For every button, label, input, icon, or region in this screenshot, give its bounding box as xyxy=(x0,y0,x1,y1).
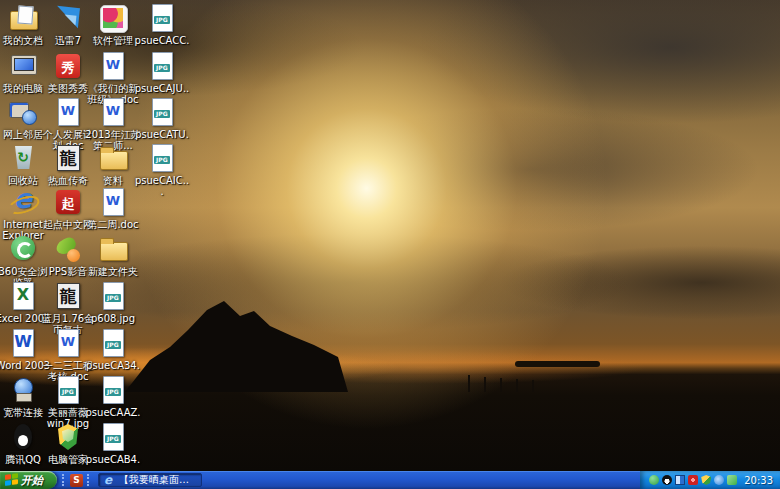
desktop-icon-word-doc[interactable]: W第二周.doc xyxy=(85,186,141,230)
ie-glyph: e xyxy=(7,183,39,214)
jpg-file-glyph: JPG xyxy=(105,294,121,302)
icon-label: psueCAIC... xyxy=(134,175,190,197)
word-doc-glyph: W xyxy=(97,103,129,118)
jpg-file-icon: JPG xyxy=(146,96,178,128)
word-doc-glyph: W xyxy=(97,57,129,72)
jpg-file-icon: JPG xyxy=(52,374,84,406)
icon-label: 新建文件夹 xyxy=(85,266,141,277)
system-tray: 20:33 xyxy=(640,471,780,489)
jpg-file-glyph: JPG xyxy=(154,156,170,164)
task-button-label: 【我要晒桌面】实... xyxy=(119,473,196,487)
dragon-icon: 龍 xyxy=(52,280,84,312)
start-label: 开始 xyxy=(21,473,43,488)
desktop-icons: 我的文档迅雷7软件管理JPGpsueCACC...我的电脑秀美图秀秀W《我们的新… xyxy=(0,0,780,471)
dragon-icon: 龍 xyxy=(52,142,84,174)
recycle-bin-icon: ↻ xyxy=(7,142,39,174)
excel-glyph: X xyxy=(7,285,39,304)
word-icon: W xyxy=(7,327,39,359)
desktop-icon-jpg-file[interactable]: JPGp608.jpg xyxy=(85,280,141,324)
word-doc-icon: W xyxy=(52,96,84,128)
pc-manager-icon xyxy=(52,421,84,453)
jpg-file-icon: JPG xyxy=(146,50,178,82)
desktop: 我的文档迅雷7软件管理JPGpsueCACC...我的电脑秀美图秀秀W《我们的新… xyxy=(0,0,780,489)
connection-tray-icon[interactable] xyxy=(727,475,737,485)
clock[interactable]: 20:33 xyxy=(744,475,773,486)
taskbar: 开始 S e【我要晒桌面】实... 20:33 xyxy=(0,471,780,489)
my-documents-icon xyxy=(7,2,39,34)
jpg-file-glyph: JPG xyxy=(154,16,170,24)
sogou-icon[interactable]: S xyxy=(70,474,83,487)
b360-icon xyxy=(7,233,39,265)
jpg-file-icon: JPG xyxy=(146,142,178,174)
desktop-icon-jpg-file[interactable]: JPGpsueCACC... xyxy=(134,2,190,57)
taskbar-divider xyxy=(62,474,66,486)
jpg-file-glyph: JPG xyxy=(105,341,121,349)
security-alert-tray-icon[interactable] xyxy=(688,475,698,485)
desktop-icon-folder[interactable]: 新建文件夹 xyxy=(85,233,141,277)
network-tray-icon[interactable] xyxy=(675,475,685,485)
qidian-glyph: 起 xyxy=(52,195,84,213)
start-button[interactable]: 开始 xyxy=(0,471,57,489)
word-glyph: W xyxy=(7,332,39,351)
software-manager-icon xyxy=(97,2,129,34)
folder-icon xyxy=(97,142,129,174)
word-doc-glyph: W xyxy=(97,193,129,208)
desktop-icon-software-manager[interactable]: 软件管理 xyxy=(85,2,141,46)
word-doc-icon: W xyxy=(52,327,84,359)
jpg-file-glyph: JPG xyxy=(105,435,121,443)
meitu-icon: 秀 xyxy=(52,50,84,82)
volume-tray-icon[interactable] xyxy=(714,475,724,485)
qidian-icon: 起 xyxy=(52,186,84,218)
360-safety-tray-icon[interactable] xyxy=(649,475,659,485)
task-button[interactable]: e【我要晒桌面】实... xyxy=(98,473,202,487)
word-doc-icon: W xyxy=(97,96,129,128)
folder-icon xyxy=(97,233,129,265)
dragon-glyph: 龍 xyxy=(52,285,84,308)
ie-icon: e xyxy=(7,186,39,218)
dragon-glyph: 龍 xyxy=(52,147,84,170)
desktop-icon-jpg-file[interactable]: JPGpsueCAB4... xyxy=(85,421,141,476)
windows-flag-icon xyxy=(5,473,18,487)
broadband-icon xyxy=(7,374,39,406)
desktop-icon-jpg-file[interactable]: JPGpsueCAIC... xyxy=(134,142,190,197)
ie-icon: e xyxy=(104,475,115,486)
icon-label: 软件管理 xyxy=(85,35,141,46)
network-places-icon xyxy=(7,96,39,128)
task-buttons-area: e【我要晒桌面】实... xyxy=(96,471,204,489)
jpg-file-icon: JPG xyxy=(97,421,129,453)
icon-label: 资料 xyxy=(85,175,141,186)
jpg-file-icon: JPG xyxy=(97,327,129,359)
guard-shield-tray-icon[interactable] xyxy=(701,475,711,485)
icon-label: p608.jpg xyxy=(85,313,141,324)
quick-launch-area: S xyxy=(57,471,96,489)
thunder-icon xyxy=(52,2,84,34)
word-doc-glyph: W xyxy=(52,334,84,349)
taskbar-divider xyxy=(87,474,91,486)
jpg-file-icon: JPG xyxy=(146,2,178,34)
jpg-file-icon: JPG xyxy=(97,280,129,312)
jpg-file-glyph: JPG xyxy=(154,64,170,72)
recycle-bin-glyph: ↻ xyxy=(7,149,39,165)
jpg-file-glyph: JPG xyxy=(154,110,170,118)
jpg-file-icon: JPG xyxy=(97,374,129,406)
word-doc-glyph: W xyxy=(52,103,84,118)
qq-tray-icon[interactable] xyxy=(662,475,672,485)
word-doc-icon: W xyxy=(97,50,129,82)
excel-icon: X xyxy=(7,280,39,312)
jpg-file-glyph: JPG xyxy=(60,388,76,396)
meitu-glyph: 秀 xyxy=(52,59,84,77)
icon-label: 第二周.doc xyxy=(85,219,141,230)
jpg-file-glyph: JPG xyxy=(105,388,121,396)
qq-icon xyxy=(7,421,39,453)
word-doc-icon: W xyxy=(97,186,129,218)
my-computer-icon xyxy=(7,50,39,82)
desktop-icon-folder[interactable]: 资料 xyxy=(85,142,141,186)
pps-icon xyxy=(52,233,84,265)
